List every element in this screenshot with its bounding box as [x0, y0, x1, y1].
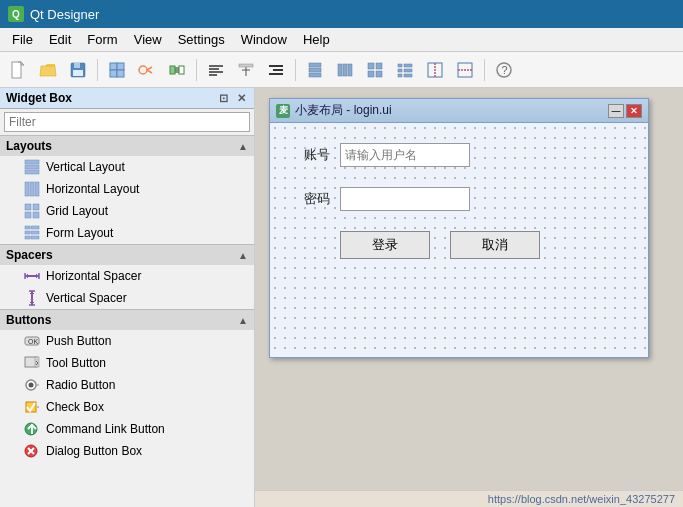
- menu-file[interactable]: File: [4, 30, 41, 49]
- svg-rect-35: [398, 74, 402, 77]
- item-check-box[interactable]: Check Box: [0, 396, 254, 418]
- toolbar-layout-split-h[interactable]: [421, 56, 449, 84]
- horizontal-layout-icon: [24, 181, 40, 197]
- check-box-icon: [24, 399, 40, 415]
- grid-layout-icon: [24, 203, 40, 219]
- svg-rect-53: [25, 226, 30, 229]
- widget-box-close-btn[interactable]: ✕: [234, 91, 248, 105]
- canvas-area: 麦 小麦布局 - login.ui — ✕ 账号 密码 登录 取消: [255, 88, 683, 507]
- section-buttons-arrow: ▲: [238, 315, 248, 326]
- toolbar-layout-v[interactable]: [301, 56, 329, 84]
- toolbar-sep-3: [295, 59, 296, 81]
- item-tool-button[interactable]: Tool Button: [0, 352, 254, 374]
- dialog-button-label: Dialog Button Box: [46, 444, 142, 458]
- toolbar-buddy[interactable]: [163, 56, 191, 84]
- item-vertical-spacer[interactable]: Vertical Spacer: [0, 287, 254, 309]
- filter-input[interactable]: [4, 112, 250, 132]
- toolbar-help[interactable]: ?: [490, 56, 518, 84]
- menu-form[interactable]: Form: [79, 30, 125, 49]
- section-spacers[interactable]: Spacers ▲: [0, 244, 254, 265]
- item-push-button[interactable]: OK Push Button: [0, 330, 254, 352]
- password-label: 密码: [300, 190, 330, 208]
- inner-window: 麦 小麦布局 - login.ui — ✕ 账号 密码 登录 取消: [269, 98, 649, 358]
- svg-rect-47: [30, 182, 34, 196]
- status-bar: https://blog.csdn.net/weixin_43275277: [255, 490, 683, 507]
- svg-rect-43: [25, 160, 39, 164]
- item-radio-button[interactable]: Radio Button: [0, 374, 254, 396]
- menu-edit[interactable]: Edit: [41, 30, 79, 49]
- form-row-password: 密码: [300, 187, 618, 211]
- menu-settings[interactable]: Settings: [170, 30, 233, 49]
- username-input[interactable]: [340, 143, 470, 167]
- cancel-button[interactable]: 取消: [450, 231, 540, 259]
- toolbar-save[interactable]: [64, 56, 92, 84]
- svg-rect-15: [239, 64, 253, 67]
- login-button[interactable]: 登录: [340, 231, 430, 259]
- svg-rect-45: [25, 170, 39, 174]
- svg-rect-52: [33, 212, 39, 218]
- svg-rect-27: [368, 63, 374, 69]
- grid-layout-label: Grid Layout: [46, 204, 108, 218]
- toolbar-layout-split-v[interactable]: [451, 56, 479, 84]
- widget-box-float-btn[interactable]: ⊡: [216, 91, 230, 105]
- menu-help[interactable]: Help: [295, 30, 338, 49]
- section-layouts-arrow: ▲: [238, 141, 248, 152]
- svg-rect-4: [110, 63, 117, 70]
- toolbar-align-center[interactable]: [232, 56, 260, 84]
- inner-window-minimize[interactable]: —: [608, 104, 624, 118]
- item-horizontal-spacer[interactable]: Horizontal Spacer: [0, 265, 254, 287]
- svg-rect-9: [170, 66, 175, 74]
- item-vertical-layout[interactable]: Vertical Layout: [0, 156, 254, 178]
- radio-button-label: Radio Button: [46, 378, 115, 392]
- section-buttons[interactable]: Buttons ▲: [0, 309, 254, 330]
- command-link-icon: [24, 421, 40, 437]
- horizontal-spacer-label: Horizontal Spacer: [46, 269, 141, 283]
- tool-button-label: Tool Button: [46, 356, 106, 370]
- app-icon: Q: [8, 6, 24, 22]
- widget-box-controls: ⊡ ✕: [216, 91, 248, 105]
- toolbar-align-right[interactable]: [262, 56, 290, 84]
- svg-text:?: ?: [502, 64, 508, 76]
- svg-rect-31: [398, 64, 402, 67]
- item-grid-layout[interactable]: Grid Layout: [0, 200, 254, 222]
- item-dialog-button-box[interactable]: Dialog Button Box: [0, 440, 254, 462]
- form-layout-icon: [24, 225, 40, 241]
- command-link-label: Command Link Button: [46, 422, 165, 436]
- item-command-link-button[interactable]: Command Link Button: [0, 418, 254, 440]
- svg-rect-24: [338, 64, 342, 76]
- item-horizontal-layout[interactable]: Horizontal Layout: [0, 178, 254, 200]
- form-buttons: 登录 取消: [300, 231, 618, 259]
- section-layouts[interactable]: Layouts ▲: [0, 135, 254, 156]
- toolbar-open[interactable]: [34, 56, 62, 84]
- inner-window-close[interactable]: ✕: [626, 104, 642, 118]
- toolbar-align-left[interactable]: [202, 56, 230, 84]
- svg-rect-30: [376, 71, 382, 77]
- toolbar-layout-form[interactable]: [391, 56, 419, 84]
- section-layouts-label: Layouts: [6, 139, 52, 153]
- menu-window[interactable]: Window: [233, 30, 295, 49]
- menu-bar: File Edit Form View Settings Window Help: [0, 28, 683, 52]
- toolbar-widget-edit[interactable]: [103, 56, 131, 84]
- form-content: 账号 密码 登录 取消: [270, 123, 648, 357]
- password-input[interactable]: [340, 187, 470, 211]
- svg-text:OK: OK: [28, 338, 38, 345]
- menu-view[interactable]: View: [126, 30, 170, 49]
- toolbar-sep-1: [97, 59, 98, 81]
- radio-button-icon: [24, 377, 40, 393]
- svg-rect-56: [31, 231, 39, 234]
- toolbar-signal-slot[interactable]: [133, 56, 161, 84]
- toolbar-layout-grid[interactable]: [361, 56, 389, 84]
- svg-rect-29: [368, 71, 374, 77]
- item-form-layout[interactable]: Form Layout: [0, 222, 254, 244]
- toolbar-new[interactable]: [4, 56, 32, 84]
- section-buttons-label: Buttons: [6, 313, 51, 327]
- svg-rect-26: [348, 64, 352, 76]
- section-spacers-label: Spacers: [6, 248, 53, 262]
- svg-rect-23: [309, 73, 321, 77]
- inner-window-buttons: — ✕: [608, 104, 642, 118]
- horizontal-layout-label: Horizontal Layout: [46, 182, 139, 196]
- toolbar-layout-h[interactable]: [331, 56, 359, 84]
- main-area: Widget Box ⊡ ✕ Layouts ▲ Vertical Layout: [0, 88, 683, 507]
- svg-rect-6: [110, 70, 117, 77]
- vertical-layout-label: Vertical Layout: [46, 160, 125, 174]
